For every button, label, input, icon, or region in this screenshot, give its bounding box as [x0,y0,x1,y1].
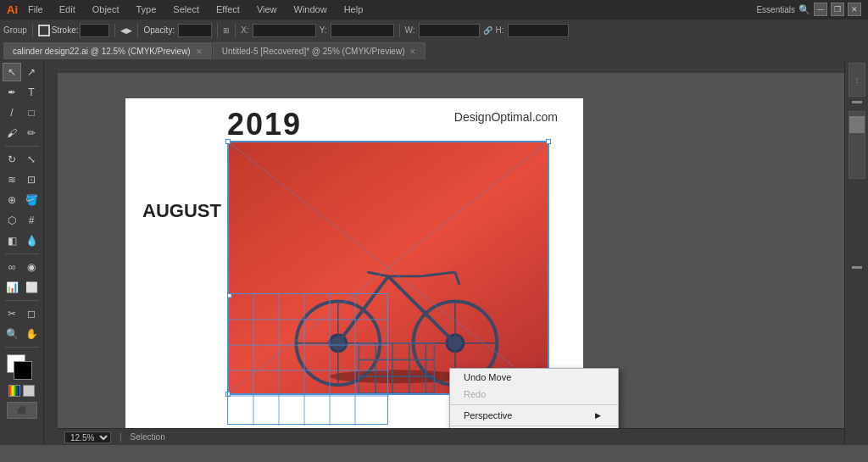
tab-0[interactable]: calinder design22.ai @ 12.5% (CMYK/Previ… [3,42,212,59]
ctx-redo[interactable]: Redo [450,386,618,403]
ctx-perspective[interactable]: Perspective [450,407,618,424]
ctx-undo[interactable]: Undo Move [450,369,618,386]
app-menu-view[interactable]: View [251,3,283,16]
rectangle-tool[interactable]: □ [22,103,41,122]
shape-builder-tool[interactable]: ⊕ [3,191,21,209]
app-logo: Ai [7,3,18,16]
title-bar-left: Ai File Edit Object Type Select Effect V… [7,3,369,16]
eraser-tool[interactable]: ◻ [22,304,41,323]
app-menu-edit[interactable]: Edit [53,3,81,16]
w-label: W: [405,25,415,35]
app-menu-select[interactable]: Select [167,3,205,16]
panel-handle-2 [852,266,862,269]
toolbar-separator-3 [137,24,138,37]
ruler-top [58,59,844,73]
artboard-tool[interactable]: ⬜ [22,278,41,297]
toolbar-separator-1 [32,24,33,37]
pencil-tool[interactable]: ✏ [22,124,41,142]
gradient-tool[interactable]: ◧ [3,231,21,250]
ctx-sep-2 [450,426,618,426]
color-icon[interactable] [8,385,20,397]
blend-tool[interactable]: ∞ [3,258,21,276]
pen-tool[interactable]: ✒ [3,83,21,102]
status-bar: 12.5% | Selection [58,428,844,445]
group-label: Group [3,25,27,35]
line-tool[interactable]: / [3,103,21,122]
canvas-area[interactable]: 2019 DesignOptimal.com AUGUST [44,59,844,445]
ctx-perspective-label: Perspective [464,410,512,420]
workspace-label[interactable]: Essentials [756,5,795,14]
toolbar-separator-6 [399,24,400,37]
ctx-undo-label: Undo Move [464,372,511,382]
paintbrush-tool[interactable]: 🖌 [3,124,21,142]
tool-row-1: ↖ ↗ [3,63,41,81]
stroke-swatch[interactable] [38,25,50,36]
x-label: X: [241,25,248,35]
svg-rect-0 [58,59,844,73]
ctx-sep-1 [450,404,618,405]
artboard-icon: ⬛ [17,406,26,415]
canvas-content[interactable]: 2019 DesignOptimal.com AUGUST [58,73,844,428]
perspective-grid-tool[interactable]: ⬡ [3,211,21,230]
minimize-button[interactable]: — [814,3,827,16]
none-icon[interactable]: ⊘ [23,385,35,397]
title-bar-right: Essentials 🔍 — ❐ ✕ [756,3,861,16]
toolbar-separator-2 [114,24,115,37]
tool-row-4: 🖌 ✏ [3,124,41,142]
zoom-select[interactable]: 12.5% [64,431,111,443]
svg-rect-2 [44,59,58,445]
close-button[interactable]: ✕ [848,3,861,16]
h-input[interactable]: 1433.897 pt [508,24,569,37]
stroke-swatch-tool[interactable] [14,361,32,380]
svg-line-12 [455,272,459,285]
selection-tool[interactable]: ↖ [3,63,21,81]
hand-tool[interactable]: ✋ [22,325,41,343]
restore-button[interactable]: ❐ [831,3,844,16]
tab-label-1: Untitled-5 [Recovered]* @ 25% (CMYK/Prev… [222,47,405,56]
h-label: H: [496,25,504,35]
symbol-sprayer-tool[interactable]: ◉ [22,258,41,276]
app-menu-object[interactable]: Object [86,3,125,16]
eyedropper-tool[interactable]: 💧 [22,231,41,250]
scroll-thumb[interactable] [849,116,865,133]
tool-row-10: ∞ ◉ [3,258,41,276]
tool-separator-3 [5,300,39,301]
live-paint-tool[interactable]: 🪣 [22,191,41,209]
app-menu-help[interactable]: Help [338,3,370,16]
rotate-tool[interactable]: ↻ [3,150,21,169]
w-input[interactable]: 2272.011 pt [419,24,480,37]
free-transform-tool[interactable]: ⊡ [22,170,41,189]
grid-overlay [227,293,388,425]
opacity-input[interactable]: 100% [178,24,212,37]
tool-row-8: ⬡ # [3,211,41,230]
x-input[interactable]: 1278.816 pt [253,24,316,37]
tab-close-1[interactable]: ✕ [409,47,416,56]
search-icon[interactable]: 🔍 [798,4,810,15]
type-tool[interactable]: T [22,83,41,102]
panel-btn-1[interactable]: ⋮ [849,63,865,97]
tool-row-13: 🔍 ✋ [3,325,41,343]
app-menu-window[interactable]: Window [288,3,333,16]
svg-rect-36 [228,294,231,298]
tab-1[interactable]: Untitled-5 [Recovered]* @ 25% (CMYK/Prev… [213,42,426,59]
column-graph-tool[interactable]: 📊 [3,278,21,297]
artboard-display-btn[interactable]: ⬛ [7,402,37,419]
scroll-track[interactable] [849,111,865,179]
app-menu-file[interactable]: File [23,4,48,14]
title-bar: Ai File Edit Object Type Select Effect V… [0,0,868,19]
tab-close-0[interactable]: ✕ [196,47,203,56]
context-menu: Undo Move Redo Perspective Isolate Selec… [449,368,619,428]
mesh-tool[interactable]: # [22,211,41,230]
y-input[interactable]: 2368.756 pt [331,24,394,37]
constrain-icon[interactable]: 🔗 [483,26,492,35]
tool-row-6: ≋ ⊡ [3,170,41,189]
slice-tool[interactable]: ✂ [3,304,21,323]
zoom-tool[interactable]: 🔍 [3,325,21,343]
stroke-input[interactable] [80,24,109,37]
app-menu-effect[interactable]: Effect [210,3,246,16]
app-menu-type[interactable]: Type [131,3,163,16]
left-tool-panel: ↖ ↗ ✒ T / □ 🖌 ✏ ↻ ⤡ ≋ ⊡ ⊕ 🪣 ⬡ # [0,59,44,445]
warp-tool[interactable]: ≋ [3,170,21,189]
direct-selection-tool[interactable]: ↗ [22,63,41,81]
scale-tool[interactable]: ⤡ [22,150,41,169]
